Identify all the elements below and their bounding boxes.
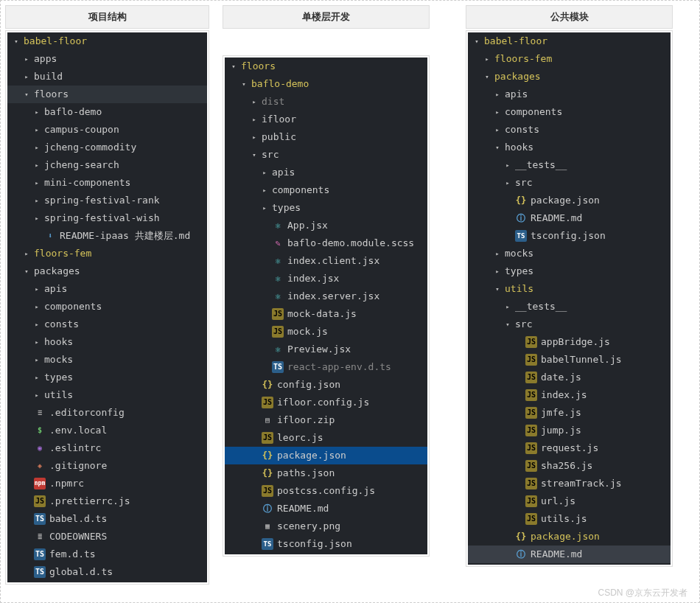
chevron-right-icon[interactable] [32,386,41,404]
chevron-right-icon[interactable] [493,86,502,103]
chevron-right-icon[interactable] [32,174,41,192]
chevron-right-icon[interactable] [32,316,41,333]
tree-item[interactable]: package.json [468,528,671,546]
tree-item[interactable]: baflo-demo [7,103,207,121]
tree-item[interactable]: hooks [7,333,207,351]
tree-item[interactable]: public [225,128,427,146]
tree-item[interactable]: src [225,146,427,164]
tree-item[interactable]: mini-components [7,174,207,192]
tree-item[interactable]: utils [468,280,671,298]
tree-item[interactable]: mock.js [225,323,427,341]
tree-item[interactable]: spring-festival-wish [7,209,207,227]
tree-item[interactable]: apis [225,164,427,181]
tree-item[interactable]: config.json [225,376,427,394]
tree-item[interactable]: baflo-demo.module.scss [225,234,427,252]
tree-item[interactable]: jcheng-commodity [7,139,207,156]
chevron-right-icon[interactable] [22,245,31,262]
chevron-down-icon[interactable] [493,139,502,156]
tree-item[interactable]: __tests__ [468,156,671,174]
tree-item[interactable]: packages [7,262,207,280]
tree-item[interactable]: baflo-demo [225,75,427,93]
tree-item[interactable]: .prettierrc.js [7,492,207,510]
tree-item[interactable]: jcheng-search [7,156,207,174]
chevron-right-icon[interactable] [503,156,512,174]
tree-item[interactable]: mocks [7,351,207,369]
chevron-down-icon[interactable] [12,32,21,50]
tree-item[interactable]: README-ipaas 共建楼层.md [7,227,207,245]
tree-item[interactable]: build [7,68,207,86]
tree-item[interactable]: ifloor [225,111,427,128]
tree-item[interactable]: tsconfig.json [468,227,671,245]
tree-item[interactable]: streamTrack.js [468,475,671,492]
chevron-right-icon[interactable] [483,50,491,68]
tree-item[interactable]: README.md [468,209,671,227]
chevron-right-icon[interactable] [260,181,269,199]
chevron-right-icon[interactable] [250,128,259,146]
tree-item[interactable]: README.md [225,500,427,517]
chevron-down-icon[interactable] [22,86,31,103]
tree-item[interactable]: mock-data.js [225,305,427,323]
tree-item[interactable]: apis [7,280,207,298]
tree-item[interactable]: __tests__ [468,298,671,316]
chevron-right-icon[interactable] [503,298,512,316]
tree-item[interactable]: floors-fem [7,245,207,262]
chevron-right-icon[interactable] [32,209,41,227]
tree-item[interactable]: global.d.ts [7,563,207,581]
tree-item[interactable]: mocks [468,245,671,262]
tree-item[interactable]: babel-floor [7,32,207,50]
chevron-right-icon[interactable] [32,280,41,298]
chevron-right-icon[interactable] [32,139,41,156]
tree-item[interactable]: request.js [468,439,671,457]
tree-item[interactable]: dist [225,93,427,111]
chevron-right-icon[interactable] [260,164,269,181]
tree-item[interactable]: campus-coupon [7,121,207,139]
chevron-down-icon[interactable] [503,316,512,333]
tree-item[interactable]: .editorconfig [7,404,207,422]
chevron-right-icon[interactable] [493,121,502,139]
tree-item[interactable]: .env.local [7,422,207,439]
tree-item[interactable]: consts [468,121,671,139]
chevron-right-icon[interactable] [32,333,41,351]
tree-item[interactable]: package.json [225,447,427,464]
tree-item[interactable]: babelTunnel.js [468,351,671,369]
tree-item[interactable]: components [225,181,427,199]
tree-item[interactable]: consts [7,316,207,333]
tree-item[interactable]: floors [7,86,207,103]
tree-item[interactable]: .eslintrc [7,439,207,457]
chevron-right-icon[interactable] [32,351,41,369]
chevron-right-icon[interactable] [32,156,41,174]
tree-item[interactable]: sha256.js [468,457,671,475]
tree-item[interactable]: jump.js [468,422,671,439]
chevron-right-icon[interactable] [22,50,31,68]
tree-item[interactable]: index.server.jsx [225,287,427,305]
tree-item[interactable]: scenery.png [225,517,427,535]
chevron-right-icon[interactable] [250,93,259,111]
chevron-down-icon[interactable] [229,57,238,75]
chevron-right-icon[interactable] [22,68,31,86]
tree-item[interactable]: date.js [468,369,671,386]
chevron-down-icon[interactable] [22,262,31,280]
chevron-right-icon[interactable] [493,245,502,262]
chevron-right-icon[interactable] [32,192,41,209]
tree-item[interactable]: babel.d.ts [7,510,207,528]
tree-item[interactable]: index.client.jsx [225,252,427,270]
tree-item[interactable]: url.js [468,492,671,510]
tree-item[interactable]: fem.d.ts [7,546,207,563]
tree-item[interactable]: App.jsx [225,217,427,234]
chevron-right-icon[interactable] [32,298,41,316]
tree-item[interactable]: spring-festival-rank [7,192,207,209]
chevron-right-icon[interactable] [493,262,502,280]
chevron-right-icon[interactable] [32,369,41,386]
tree-item[interactable]: utils [7,386,207,404]
chevron-right-icon[interactable] [32,103,41,121]
tree-item[interactable]: apps [7,50,207,68]
tree-item[interactable]: components [7,298,207,316]
tree-item[interactable]: utils.js [468,510,671,528]
tree-item[interactable]: ifloor.zip [225,411,427,429]
tree-item[interactable]: index.jsx [225,270,427,287]
tree-item[interactable]: postcss.config.js [225,482,427,500]
tree-item[interactable]: Preview.jsx [225,341,427,358]
chevron-down-icon[interactable] [239,75,248,93]
tree-item[interactable]: src [468,316,671,333]
chevron-right-icon[interactable] [32,121,41,139]
